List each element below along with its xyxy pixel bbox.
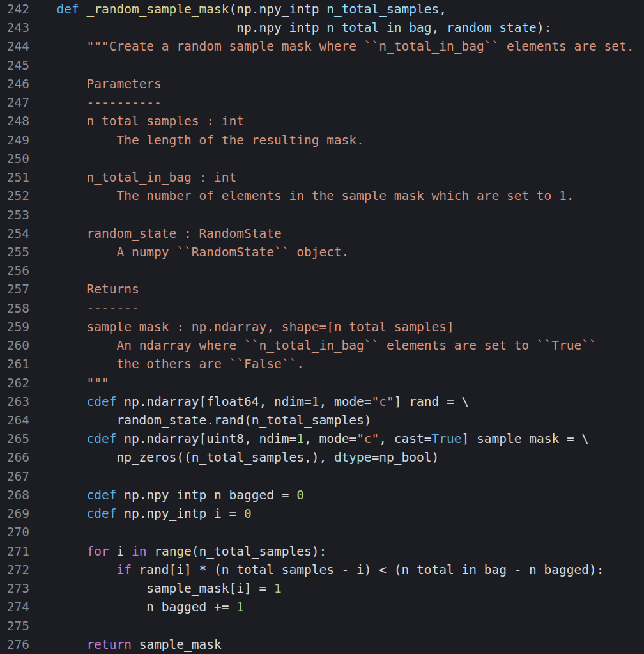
token-p xyxy=(42,488,86,502)
code-line[interactable]: 267 xyxy=(0,467,644,486)
token-k: True xyxy=(432,432,462,446)
code-line[interactable]: 254 random_state : RandomState xyxy=(0,224,644,243)
code-line[interactable]: 266 np_zeros((n_total_samples,), dtype=n… xyxy=(0,448,644,467)
line-number[interactable]: 274 xyxy=(0,598,29,616)
code-text: cdef np.npy_intp n_bagged = 0 xyxy=(42,486,304,504)
code-line[interactable]: 244 """Create a random sample mask where… xyxy=(0,37,644,56)
line-number[interactable]: 242 xyxy=(0,0,29,19)
line-number[interactable]: 243 xyxy=(0,19,29,37)
code-line[interactable]: 263 cdef np.ndarray[float64, ndim=1, mod… xyxy=(0,393,644,411)
code-line[interactable]: 258 ------- xyxy=(0,299,644,318)
code-line[interactable]: 246 Parameters xyxy=(0,75,644,93)
line-number[interactable]: 256 xyxy=(0,261,29,280)
code-text: The length of the resulting mask. xyxy=(42,131,364,150)
token-n: 1 xyxy=(274,581,282,596)
token-c: in xyxy=(132,544,146,559)
line-number[interactable]: 259 xyxy=(0,318,29,336)
code-line[interactable]: 273 sample_mask[i] = 1 xyxy=(0,579,644,598)
code-line[interactable]: 252 The number of elements in the sample… xyxy=(0,187,644,205)
token-k: cdef xyxy=(86,506,116,521)
indent-guide-line xyxy=(42,261,42,280)
line-number[interactable]: 258 xyxy=(0,299,29,318)
token-p: np.npy_intp n_bagged = xyxy=(116,488,296,502)
line-number[interactable]: 265 xyxy=(0,430,29,448)
line-number[interactable]: 272 xyxy=(0,561,29,579)
line-number[interactable]: 252 xyxy=(0,187,29,205)
line-number[interactable]: 250 xyxy=(0,150,29,168)
token-p: ] sample_mask = \ xyxy=(462,432,590,446)
line-number[interactable]: 273 xyxy=(0,579,29,598)
code-line[interactable]: 264 random_state.rand(n_total_samples) xyxy=(0,411,644,430)
code-text: n_total_in_bag : int xyxy=(42,168,236,187)
line-number[interactable]: 268 xyxy=(0,486,29,504)
line-number[interactable]: 246 xyxy=(0,75,29,93)
code-line[interactable]: 275 xyxy=(0,617,644,635)
line-number[interactable]: 247 xyxy=(0,93,29,112)
token-k: cdef xyxy=(86,432,116,446)
line-number[interactable]: 271 xyxy=(0,542,29,561)
code-line[interactable]: 260 An ndarray where ``n_total_in_bag`` … xyxy=(0,336,644,355)
line-number[interactable]: 248 xyxy=(0,112,29,130)
code-text: np_zeros((n_total_samples,), dtype=np_bo… xyxy=(42,448,439,467)
code-line[interactable]: 250 xyxy=(0,150,644,168)
token-k: cdef xyxy=(86,488,116,502)
code-line[interactable]: 248 n_total_samples : int xyxy=(0,112,644,130)
code-line[interactable]: 270 xyxy=(0,523,644,541)
line-number[interactable]: 254 xyxy=(0,224,29,243)
line-number[interactable]: 257 xyxy=(0,280,29,299)
token-s: Parameters xyxy=(86,77,161,91)
token-p: np.ndarray[float64, ndim= xyxy=(116,394,311,409)
code-line[interactable]: 249 The length of the resulting mask. xyxy=(0,131,644,150)
line-number[interactable]: 270 xyxy=(0,523,29,541)
token-a: n_total_in_bag xyxy=(326,20,431,35)
code-line[interactable]: 271 for i in range(n_total_samples): xyxy=(0,542,644,561)
code-line[interactable]: 247 ---------- xyxy=(0,93,644,112)
code-line[interactable]: 243 np.npy_intp n_total_in_bag, random_s… xyxy=(0,19,644,37)
code-line[interactable]: 274 n_bagged += 1 xyxy=(0,598,644,616)
token-p: np.ndarray[uint8, ndim= xyxy=(116,432,296,446)
code-line[interactable]: 259 sample_mask : np.ndarray, shape=[n_t… xyxy=(0,318,644,336)
code-line[interactable]: 242 def _random_sample_mask(np.npy_intp … xyxy=(0,0,644,19)
token-s: Returns xyxy=(86,282,139,297)
line-number[interactable]: 255 xyxy=(0,243,29,261)
line-number[interactable]: 261 xyxy=(0,355,29,373)
code-text: ------- xyxy=(42,299,139,318)
indent-guide-line xyxy=(42,523,42,541)
code-line[interactable]: 255 A numpy ``RandomState`` object. xyxy=(0,243,644,261)
token-k: def xyxy=(56,2,79,17)
line-number[interactable]: 276 xyxy=(0,635,29,654)
line-number[interactable]: 260 xyxy=(0,336,29,355)
line-number[interactable]: 275 xyxy=(0,617,29,635)
code-line[interactable]: 256 xyxy=(0,261,644,280)
line-number[interactable]: 267 xyxy=(0,467,29,486)
line-number[interactable]: 264 xyxy=(0,411,29,430)
line-number[interactable]: 266 xyxy=(0,448,29,467)
code-line[interactable]: 253 xyxy=(0,206,644,224)
code-line[interactable]: 257 Returns xyxy=(0,280,644,299)
code-text: ---------- xyxy=(42,93,162,112)
code-line[interactable]: 251 n_total_in_bag : int xyxy=(0,168,644,187)
code-line[interactable]: 265 cdef np.ndarray[uint8, ndim=1, mode=… xyxy=(0,430,644,448)
line-number[interactable]: 263 xyxy=(0,393,29,411)
line-number[interactable]: 253 xyxy=(0,206,29,224)
line-number[interactable]: 249 xyxy=(0,131,29,150)
line-number[interactable]: 269 xyxy=(0,504,29,523)
code-line[interactable]: 269 cdef np.npy_intp i = 0 xyxy=(0,504,644,523)
token-p xyxy=(42,301,86,316)
code-line[interactable]: 262 """ xyxy=(0,374,644,393)
token-p xyxy=(146,544,154,559)
line-number[interactable]: 251 xyxy=(0,168,29,187)
line-number[interactable]: 262 xyxy=(0,374,29,393)
line-number[interactable]: 245 xyxy=(0,56,29,75)
token-s: the others are ``False``. xyxy=(116,357,304,371)
code-editor[interactable]: 242 def _random_sample_mask(np.npy_intp … xyxy=(0,0,644,654)
code-line[interactable]: 276 return sample_mask xyxy=(0,635,644,654)
code-line[interactable]: 261 the others are ``False``. xyxy=(0,355,644,373)
code-line[interactable]: 268 cdef np.npy_intp n_bagged = 0 xyxy=(0,486,644,504)
token-p xyxy=(79,2,87,17)
code-line[interactable]: 272 if rand[i] * (n_total_samples - i) <… xyxy=(0,561,644,579)
line-number[interactable]: 244 xyxy=(0,37,29,56)
code-text: cdef np.ndarray[float64, ndim=1, mode="c… xyxy=(42,393,469,411)
code-line[interactable]: 245 xyxy=(0,56,644,75)
token-s: An ndarray where ``n_total_in_bag`` elem… xyxy=(116,338,596,353)
